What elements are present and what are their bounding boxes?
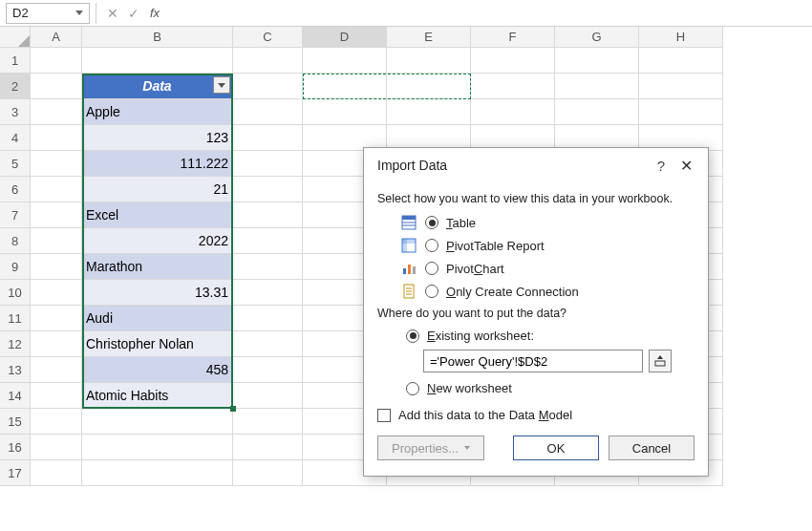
row-header-15[interactable]: 15 — [0, 409, 31, 435]
cell-C6[interactable] — [233, 177, 303, 202]
radio-connection-only[interactable] — [425, 285, 438, 298]
checkbox-add-to-model[interactable] — [377, 409, 391, 422]
radio-new-worksheet[interactable] — [406, 382, 419, 395]
row-header-3[interactable]: 3 — [0, 99, 31, 125]
cell-E2[interactable] — [387, 74, 471, 99]
cell-C15[interactable] — [233, 409, 303, 435]
cell-A12[interactable] — [31, 331, 82, 357]
fill-handle[interactable] — [230, 406, 236, 412]
cell-B2[interactable]: Data — [82, 74, 233, 99]
column-header-D[interactable]: D — [303, 27, 387, 48]
cell-G3[interactable] — [555, 99, 639, 125]
row-header-13[interactable]: 13 — [0, 357, 31, 383]
cell-C9[interactable] — [233, 254, 303, 280]
cell-A6[interactable] — [31, 177, 82, 202]
radio-pivottable[interactable] — [425, 239, 438, 252]
cell-B4[interactable]: 123 — [82, 125, 233, 151]
cell-A2[interactable] — [31, 74, 82, 99]
add-to-model-row[interactable]: Add this data to the Data Model — [377, 398, 694, 426]
cell-C8[interactable] — [233, 228, 303, 254]
cell-B14[interactable]: Atomic Habits — [82, 383, 233, 409]
row-header-4[interactable]: 4 — [0, 125, 31, 151]
radio-existing-worksheet[interactable] — [406, 329, 419, 343]
cell-C16[interactable] — [233, 435, 303, 460]
radio-table[interactable] — [425, 216, 438, 229]
cell-A9[interactable] — [31, 254, 82, 280]
enter-formula-button[interactable]: ✓ — [123, 3, 144, 24]
cell-A13[interactable] — [31, 357, 82, 383]
cell-E1[interactable] — [387, 48, 471, 74]
option-connection-only[interactable]: Only Create Connection — [377, 280, 694, 303]
cell-E3[interactable] — [387, 99, 471, 125]
location-new[interactable]: New worksheet — [377, 378, 694, 398]
cell-B13[interactable]: 458 — [82, 357, 233, 383]
cell-A4[interactable] — [31, 125, 82, 151]
range-selector-button[interactable] — [649, 350, 672, 372]
row-header-17[interactable]: 17 — [0, 460, 31, 486]
row-header-8[interactable]: 8 — [0, 228, 31, 254]
cell-A1[interactable] — [31, 48, 82, 74]
cell-H3[interactable] — [639, 99, 723, 125]
cancel-formula-button[interactable]: ✕ — [102, 3, 123, 24]
formula-input[interactable] — [165, 3, 812, 24]
cell-A11[interactable] — [31, 306, 82, 331]
cell-C5[interactable] — [233, 151, 303, 177]
option-pivottable[interactable]: PivotTable Report — [377, 234, 694, 257]
cell-B12[interactable]: Christopher Nolan — [82, 331, 233, 357]
name-box[interactable]: D2 — [6, 3, 90, 24]
row-header-16[interactable]: 16 — [0, 435, 31, 460]
cell-G1[interactable] — [555, 48, 639, 74]
cell-B16[interactable] — [82, 435, 233, 460]
cell-A16[interactable] — [31, 435, 82, 460]
cell-B15[interactable] — [82, 409, 233, 435]
ok-button[interactable]: OK — [513, 435, 599, 460]
cell-F1[interactable] — [471, 48, 555, 74]
row-header-5[interactable]: 5 — [0, 151, 31, 177]
cell-B11[interactable]: Audi — [82, 306, 233, 331]
cell-B8[interactable]: 2022 — [82, 228, 233, 254]
cell-D3[interactable] — [303, 99, 387, 125]
cell-C3[interactable] — [233, 99, 303, 125]
cell-C2[interactable] — [233, 74, 303, 99]
row-header-6[interactable]: 6 — [0, 177, 31, 202]
cell-C12[interactable] — [233, 331, 303, 357]
cell-B17[interactable] — [82, 460, 233, 486]
cell-B9[interactable]: Marathon — [82, 254, 233, 280]
row-header-1[interactable]: 1 — [0, 48, 31, 74]
cell-C7[interactable] — [233, 202, 303, 228]
location-existing[interactable]: Existing worksheet: — [377, 326, 694, 346]
cell-A14[interactable] — [31, 383, 82, 409]
cell-B1[interactable] — [82, 48, 233, 74]
cell-B7[interactable]: Excel — [82, 202, 233, 228]
cell-D1[interactable] — [303, 48, 387, 74]
cell-C17[interactable] — [233, 460, 303, 486]
cell-H1[interactable] — [639, 48, 723, 74]
radio-pivotchart[interactable] — [425, 262, 438, 275]
cell-B3[interactable]: Apple — [82, 99, 233, 125]
row-header-11[interactable]: 11 — [0, 306, 31, 331]
row-header-2[interactable]: 2 — [0, 74, 31, 99]
cell-F3[interactable] — [471, 99, 555, 125]
column-header-C[interactable]: C — [233, 27, 303, 48]
cell-H2[interactable] — [639, 74, 723, 99]
row-header-9[interactable]: 9 — [0, 254, 31, 280]
cell-A17[interactable] — [31, 460, 82, 486]
cell-C1[interactable] — [233, 48, 303, 74]
cell-A7[interactable] — [31, 202, 82, 228]
row-header-12[interactable]: 12 — [0, 331, 31, 357]
cell-A15[interactable] — [31, 409, 82, 435]
option-table[interactable]: Table — [377, 211, 694, 234]
cell-B6[interactable]: 21 — [82, 177, 233, 202]
cell-A8[interactable] — [31, 228, 82, 254]
row-header-14[interactable]: 14 — [0, 383, 31, 409]
cell-C4[interactable] — [233, 125, 303, 151]
column-header-A[interactable]: A — [31, 27, 82, 48]
column-header-G[interactable]: G — [555, 27, 639, 48]
column-header-H[interactable]: H — [639, 27, 723, 48]
cell-C10[interactable] — [233, 280, 303, 306]
column-header-F[interactable]: F — [471, 27, 555, 48]
help-icon[interactable]: ? — [648, 158, 674, 174]
column-header-B[interactable]: B — [82, 27, 233, 48]
option-pivotchart[interactable]: PivotChart — [377, 257, 694, 280]
row-header-7[interactable]: 7 — [0, 202, 31, 228]
